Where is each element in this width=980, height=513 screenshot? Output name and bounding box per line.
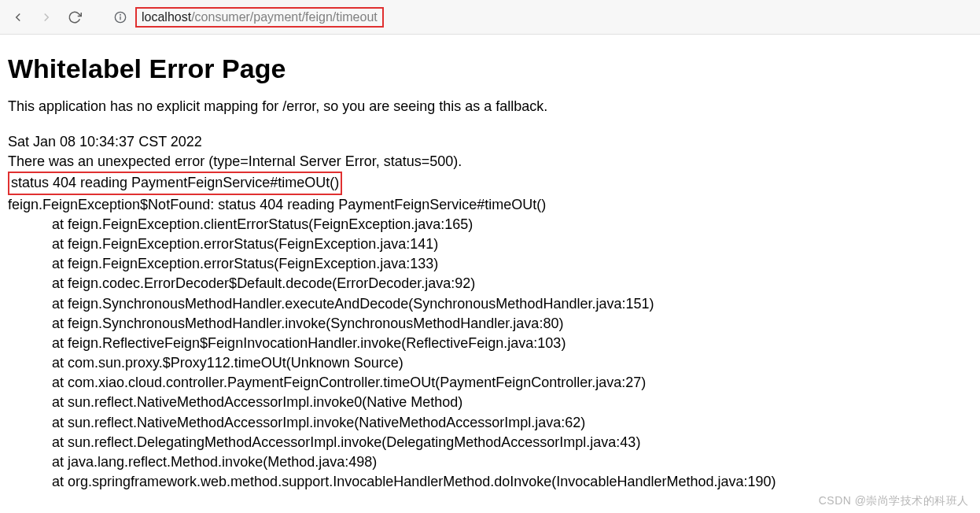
reload-button[interactable] <box>66 9 83 26</box>
stack-line: at com.xiao.cloud.controller.PaymentFeig… <box>8 373 972 393</box>
url-highlight-box: localhost/consumer/payment/feign/timeout <box>135 7 384 28</box>
error-timestamp: Sat Jan 08 10:34:37 CST 2022 <box>8 132 972 152</box>
stack-line: at feign.SynchronousMethodHandler.invoke… <box>8 314 972 334</box>
error-trace: Sat Jan 08 10:34:37 CST 2022 There was a… <box>8 132 972 492</box>
error-subtitle: This application has no explicit mapping… <box>8 98 972 115</box>
stack-line: at sun.reflect.NativeMethodAccessorImpl.… <box>8 393 972 412</box>
exception-line: feign.FeignException$NotFound: status 40… <box>8 195 972 215</box>
browser-toolbar: localhost/consumer/payment/feign/timeout <box>0 0 980 35</box>
back-button[interactable] <box>9 9 27 26</box>
stack-line: at feign.SynchronousMethodHandler.execut… <box>8 294 972 314</box>
error-status-highlight: status 404 reading PaymentFeignService#t… <box>8 172 342 194</box>
url-host: localhost <box>142 10 191 24</box>
stack-line: at org.springframework.web.method.suppor… <box>8 472 972 492</box>
stack-line: at sun.reflect.NativeMethodAccessorImpl.… <box>8 413 972 433</box>
watermark-text: CSDN @崇尚学技术的科班人 <box>819 494 969 500</box>
svg-point-2 <box>120 14 121 15</box>
stack-line: at feign.FeignException.errorStatus(Feig… <box>8 254 972 274</box>
stack-line: at feign.FeignException.clientErrorStatu… <box>8 215 972 234</box>
error-summary: There was an unexpected error (type=Inte… <box>8 152 972 172</box>
stack-line: at feign.FeignException.errorStatus(Feig… <box>8 234 972 254</box>
stack-line: at sun.reflect.DelegatingMethodAccessorI… <box>8 433 972 452</box>
stack-line: at feign.codec.ErrorDecoder$Default.deco… <box>8 274 972 293</box>
stack-line: at java.lang.reflect.Method.invoke(Metho… <box>8 452 972 472</box>
page-title: Whitelabel Error Page <box>8 54 972 84</box>
url-path: /consumer/payment/feign/timeout <box>191 10 378 24</box>
stack-line: at feign.ReflectiveFeign$FeignInvocation… <box>8 334 972 353</box>
stack-line: at com.sun.proxy.$Proxy112.timeOUt(Unkno… <box>8 353 972 373</box>
forward-button[interactable] <box>38 9 55 26</box>
info-icon <box>113 10 127 24</box>
address-bar[interactable]: localhost/consumer/payment/feign/timeout <box>113 7 971 28</box>
page-content: Whitelabel Error Page This application h… <box>0 35 980 500</box>
